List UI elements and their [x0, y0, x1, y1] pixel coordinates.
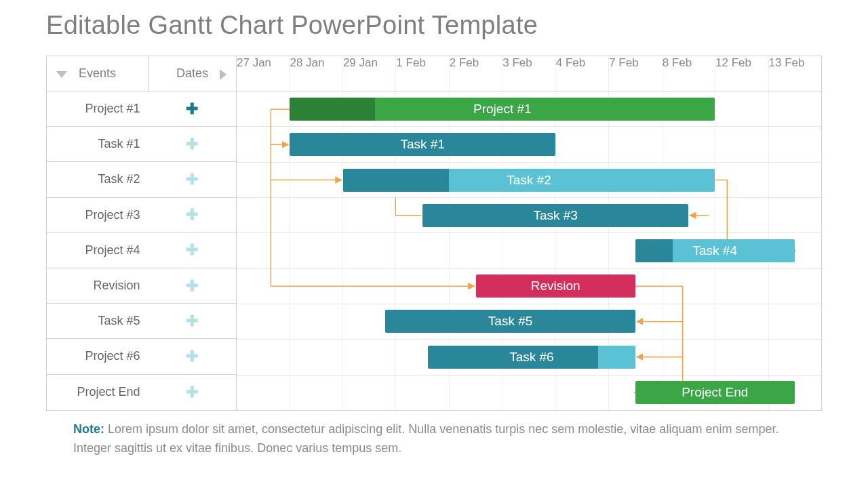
expand-icon[interactable]: ✚	[148, 385, 236, 400]
header-date-col: 13 Feb	[769, 56, 821, 91]
gantt-bar[interactable]: Project #1	[290, 98, 715, 121]
header-date-col: 12 Feb	[715, 56, 768, 91]
header-date-col: 7 Feb	[609, 56, 662, 91]
footnote-prefix: Note:	[73, 422, 104, 436]
gantt-row: Task #5✚	[47, 304, 236, 339]
page-title: Editable Gantt Chart PowerPoint Template	[46, 11, 538, 40]
header-dates[interactable]: Dates	[149, 56, 237, 91]
gantt-bar-label: Task #1	[401, 137, 445, 152]
gantt-bar-label: Task #4	[693, 243, 737, 258]
expand-icon[interactable]: ✚	[148, 137, 236, 152]
header-date-col: 8 Feb	[663, 56, 715, 91]
expand-icon[interactable]: ✚	[148, 314, 236, 329]
header-date-col: 2 Feb	[450, 56, 502, 91]
header-date-col: 1 Feb	[396, 56, 449, 91]
gantt-bar-label: Project End	[682, 385, 748, 400]
gantt-chart: Events Dates 27 Jan28 Jan29 Jan1 Feb2 Fe…	[46, 56, 822, 411]
row-label: Project End	[47, 385, 148, 399]
header-events[interactable]: Events	[47, 56, 149, 91]
expand-icon[interactable]: ✚	[148, 279, 236, 293]
header-dates-label: Dates	[176, 66, 208, 81]
gantt-rows-panel: Project #1✚Task #1✚Task #2✚Project #3✚Pr…	[47, 92, 237, 410]
gantt-bar[interactable]: Task #4	[635, 239, 795, 262]
gantt-grid: Project #1Task #1Task #2Task #3Task #4Re…	[237, 92, 821, 410]
header-events-label: Events	[79, 66, 116, 81]
row-label: Project #1	[47, 102, 148, 116]
gantt-row: Revision✚	[47, 268, 236, 304]
gantt-bar-label: Revision	[531, 279, 580, 293]
expand-icon[interactable]: ✚	[148, 207, 236, 222]
row-label: Project #4	[47, 243, 148, 258]
row-label: Project #6	[47, 349, 148, 363]
gantt-bar-label: Task #6	[509, 350, 553, 365]
footnote-text: Lorem ipsum dolor sit amet, consectetur …	[73, 422, 778, 455]
header-date-col: 29 Jan	[343, 56, 396, 91]
gantt-bar-label: Project #1	[473, 102, 532, 117]
expand-icon[interactable]: ✚	[148, 102, 236, 117]
gantt-row: Project #4✚	[47, 233, 236, 268]
gantt-bar[interactable]: Task #3	[422, 204, 688, 227]
gantt-row: Project #3✚	[47, 198, 236, 233]
row-label: Revision	[47, 279, 148, 293]
gantt-bar[interactable]: Task #6	[428, 346, 635, 369]
row-label: Project #3	[47, 208, 148, 222]
gantt-bar[interactable]: Revision	[476, 274, 635, 298]
row-label: Task #1	[47, 137, 148, 151]
gantt-bar-label: Task #3	[533, 208, 577, 223]
slide: Editable Gantt Chart PowerPoint Template…	[0, 0, 868, 488]
gantt-row: Task #2✚	[47, 162, 236, 197]
gantt-row: Project #1✚	[47, 92, 236, 127]
chevron-right-icon	[220, 69, 226, 80]
footnote: Note: Lorem ipsum dolor sit amet, consec…	[73, 420, 792, 458]
gantt-row: Project End✚	[47, 375, 236, 410]
header-date-col: 4 Feb	[556, 56, 609, 91]
header-date-col: 3 Feb	[502, 56, 555, 91]
gantt-bar[interactable]: Task #2	[343, 169, 715, 192]
expand-icon[interactable]: ✚	[148, 349, 236, 364]
row-label: Task #5	[47, 314, 148, 328]
expand-icon[interactable]: ✚	[148, 243, 236, 258]
gantt-bar-label: Task #2	[507, 173, 551, 188]
gantt-bar[interactable]: Project End	[635, 381, 795, 404]
gantt-bar[interactable]: Task #1	[290, 133, 555, 156]
gantt-header: Events Dates 27 Jan28 Jan29 Jan1 Feb2 Fe…	[47, 56, 821, 92]
row-label: Task #2	[47, 172, 148, 186]
gantt-bar[interactable]: Task #5	[385, 310, 635, 333]
gantt-bar-label: Task #5	[488, 314, 532, 329]
header-date-col: 27 Jan	[237, 56, 290, 91]
expand-icon[interactable]: ✚	[148, 172, 236, 187]
gantt-row: Task #1✚	[47, 127, 236, 162]
gantt-row: Project #6✚	[47, 339, 236, 374]
header-date-col: 28 Jan	[290, 56, 342, 91]
chevron-down-icon	[56, 71, 67, 78]
